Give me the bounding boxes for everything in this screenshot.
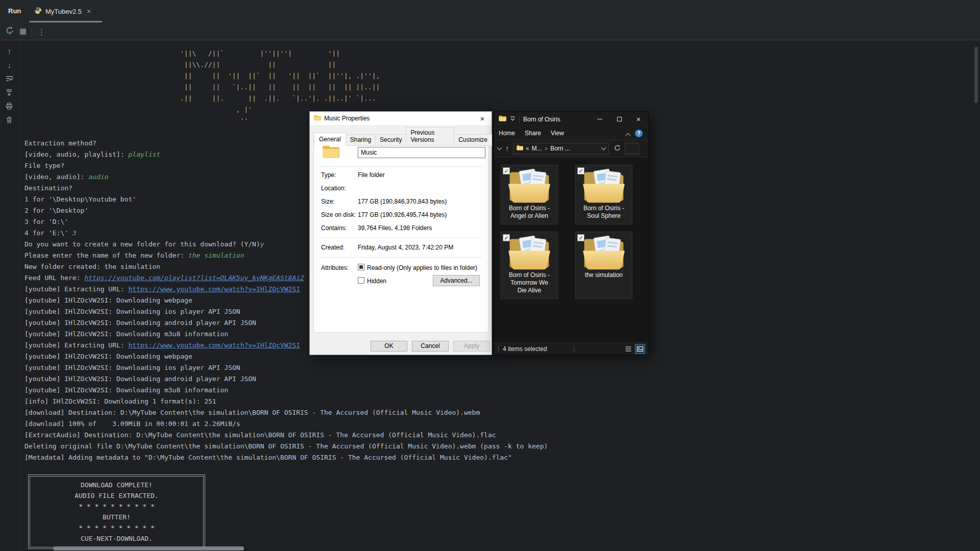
console-link[interactable]: https://youtube.com/playlist?list=OLAK5u… <box>84 274 304 282</box>
breadcrumb-collapse[interactable]: « <box>526 145 529 152</box>
rerun-icon[interactable] <box>5 26 14 37</box>
console-line: [Metadata] Adding metadata to "D:\MyTube… <box>24 452 548 463</box>
item-checkbox[interactable]: ✓ <box>577 167 584 174</box>
ribbon-tab-share[interactable]: Share <box>525 130 541 137</box>
titlebar-separator <box>519 116 520 123</box>
console-link[interactable]: https://www.youtube.com/watch?v=IHlZOcVW… <box>129 285 301 293</box>
address-b ar: ↑ « M... > Born ... <box>494 140 648 157</box>
console-line: [youtube] IHlZOcVW2SI: Downloading m3u8 … <box>24 385 548 396</box>
quick-access-toolbar-icon[interactable] <box>510 116 516 123</box>
toolbar-divider <box>32 27 32 36</box>
folder-label: Born of Osiris -Angel or Alien <box>501 205 557 220</box>
refresh-icon[interactable] <box>613 144 621 153</box>
breadcrumb-separator: > <box>545 145 548 152</box>
console-line: [download] 100% of 3.09MiB in 00:00:01 a… <box>24 418 548 430</box>
separator <box>320 257 482 258</box>
close-icon[interactable]: × <box>473 112 492 125</box>
close-tab-icon[interactable]: × <box>87 7 91 15</box>
cancel-button[interactable]: Cancel <box>412 341 449 352</box>
vertical-scrollbar-thumb[interactable] <box>974 47 978 103</box>
scroll-to-end-icon[interactable] <box>5 88 14 97</box>
attributes-label: Attributes: <box>321 264 349 271</box>
dialog-tabs: GeneralSharingSecurityPrevious VersionsC… <box>314 127 492 146</box>
hidden-checkbox[interactable] <box>358 277 364 284</box>
console-line: [download] Destination: D:\MyTube Conten… <box>24 407 548 418</box>
collapse-ribbon-icon[interactable] <box>626 133 631 138</box>
ide-top-bar: Run MyTubev2.5 × ⋮ <box>0 0 980 40</box>
item-checkbox[interactable]: ✓ <box>503 167 510 174</box>
music-properties-dialog: Music Properties × GeneralSharingSecurit… <box>309 111 492 355</box>
details-view-icon[interactable] <box>623 344 633 354</box>
folder-label: Born of Osiris -Tomorrow WeDie Alive <box>501 271 557 294</box>
minimize-button[interactable] <box>590 112 609 127</box>
address-dropdown-icon[interactable] <box>601 145 606 151</box>
status-separator <box>498 345 499 352</box>
scroll-up-icon[interactable]: ↑ <box>5 47 14 56</box>
recent-locations-icon[interactable] <box>497 145 502 151</box>
ribbon-tabs: HomeShareView <box>499 130 574 137</box>
tab-security[interactable]: Security <box>375 134 406 146</box>
property-row: Created: Friday, August 4, 2023, 7:42:20… <box>321 244 484 252</box>
folder-icon <box>314 115 321 122</box>
ribbon-tab-home[interactable]: Home <box>499 130 515 137</box>
console-link[interactable]: https://www.youtube.com/watch?v=IHlZOcVW… <box>129 341 301 349</box>
property-row: Location: <box>321 185 484 193</box>
folder-tile[interactable]: ✓Born of Osiris -Tomorrow WeDie Alive <box>501 232 558 299</box>
run-tool-window-tab[interactable]: Run <box>8 0 21 22</box>
separator <box>320 166 482 167</box>
console-tab[interactable]: MyTubev2.5 × <box>29 0 96 22</box>
tab-sharing[interactable]: Sharing <box>346 134 376 146</box>
general-tab-page: Type:File folderLocation:Size:177 GB (19… <box>313 138 489 333</box>
console-line: [ExtractAudio] Destination: D:\MyTube Co… <box>24 430 548 441</box>
folder-icon <box>499 115 506 123</box>
tab-customize[interactable]: Customize <box>454 134 492 146</box>
search-input[interactable] <box>625 143 639 155</box>
property-row: Size:177 GB (190,846,370,843 bytes) <box>321 198 484 206</box>
run-toolbar: ⋮ <box>0 23 45 40</box>
print-icon[interactable] <box>5 102 14 111</box>
ribbon-tab-view[interactable]: View <box>551 130 564 137</box>
scroll-down-icon[interactable]: ↓ <box>5 61 14 69</box>
stop-icon[interactable] <box>20 29 26 35</box>
console-left-toolbar: ↑ ↓ <box>0 40 19 551</box>
console-tab-label: MyTubev2.5 <box>45 8 82 15</box>
explorer-window: Born of Osiris × HomeShareView ? ↑ « M..… <box>494 111 649 355</box>
created-value: Friday, August 4, 2023, 7:42:20 PM <box>358 244 453 251</box>
folder-icon-large <box>322 144 339 161</box>
folder-tile[interactable]: ✓the simulation <box>575 232 632 299</box>
address-box[interactable]: « M... > Born ... <box>513 143 609 155</box>
apply-button[interactable]: Apply <box>453 341 490 352</box>
clear-all-icon[interactable] <box>5 116 14 124</box>
large-icons-view-icon[interactable] <box>635 344 645 354</box>
folder-tile[interactable]: ✓Born of Osiris -Soul Sphere <box>575 165 632 224</box>
maximize-button[interactable] <box>609 112 629 127</box>
tab-previous-versions[interactable]: Previous Versions <box>406 127 454 146</box>
console-line: [youtube] IHlZOcVW2SI: Downloading andro… <box>24 373 548 385</box>
folder-name-input[interactable] <box>358 147 485 158</box>
created-label: Created: <box>321 244 345 251</box>
readonly-label: Read-only (Only applies to files in fold… <box>367 264 484 272</box>
more-options-icon[interactable]: ⋮ <box>38 28 45 36</box>
folder-label: Born of Osiris -Soul Sphere <box>576 205 632 220</box>
advanced-button[interactable]: Advanced... <box>433 275 480 286</box>
item-checkbox[interactable]: ✓ <box>577 234 584 241</box>
horizontal-scrollbar-thumb[interactable] <box>53 546 244 550</box>
ok-button[interactable]: OK <box>371 341 407 352</box>
console-line: Deleting original file D:\MyTube Content… <box>24 441 548 452</box>
tab-general[interactable]: General <box>314 133 346 146</box>
breadcrumb-current[interactable]: Born ... <box>550 145 570 152</box>
up-one-level-icon[interactable]: ↑ <box>505 144 509 153</box>
ribbon-bar: HomeShareView ? <box>494 127 648 140</box>
item-checkbox[interactable]: ✓ <box>503 234 510 241</box>
soft-wrap-icon[interactable] <box>5 74 14 83</box>
readonly-checkbox[interactable] <box>358 264 364 270</box>
breadcrumb-root[interactable]: M... <box>532 145 542 152</box>
help-icon[interactable]: ? <box>635 130 643 137</box>
status-bar: 4 items selected <box>494 342 648 355</box>
dialog-title: Music Properties <box>324 115 370 122</box>
status-text: 4 items selected <box>503 345 547 353</box>
close-button[interactable]: × <box>629 112 648 127</box>
status-separator <box>574 345 574 352</box>
property-row: Size on disk:177 GB (190,926,495,744 byt… <box>321 211 484 219</box>
folder-tile[interactable]: ✓Born of Osiris -Angel or Alien <box>501 165 558 224</box>
